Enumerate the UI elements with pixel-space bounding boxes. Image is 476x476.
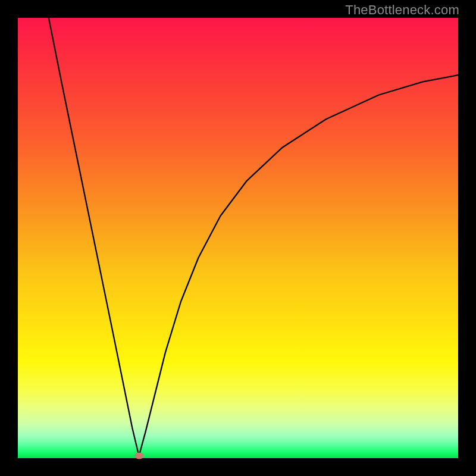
bottleneck-marker (134, 453, 143, 459)
chart-stage: TheBottleneck.com (0, 0, 476, 476)
watermark-text: TheBottleneck.com (345, 2, 459, 18)
curve-left-branch (49, 18, 139, 456)
curve-right-branch (139, 75, 459, 456)
bottleneck-curve (18, 18, 458, 458)
